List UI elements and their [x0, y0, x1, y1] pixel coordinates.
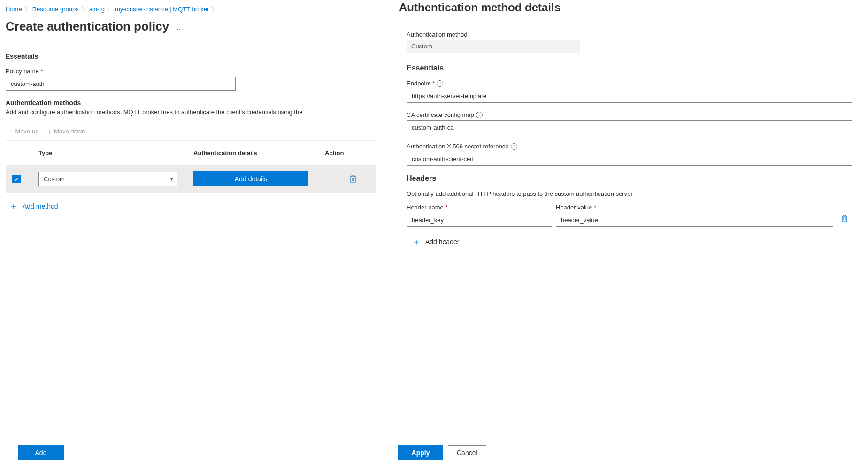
delete-row-button[interactable]: [325, 175, 381, 183]
panel-title: Authentication method details: [399, 1, 854, 14]
panel-essentials-heading: Essentials: [407, 64, 852, 72]
table-row: ▾ Add details: [6, 165, 376, 193]
arrow-down-icon: ↓: [48, 128, 51, 135]
apply-button[interactable]: Apply: [398, 445, 443, 460]
ca-config-input[interactable]: [407, 120, 852, 134]
info-icon[interactable]: i: [437, 80, 443, 87]
more-options-icon[interactable]: ⋯: [177, 21, 183, 33]
breadcrumb-aio-rg[interactable]: aio-rg: [89, 6, 105, 13]
breadcrumb-cluster[interactable]: my-cluster-instance | MQTT broker: [115, 6, 209, 13]
col-action: Action: [325, 149, 381, 156]
info-icon[interactable]: i: [476, 112, 483, 118]
chevron-right-icon: 〉: [25, 6, 30, 13]
auth-method-label: Authentication method: [407, 31, 852, 38]
endpoint-input[interactable]: [407, 89, 852, 103]
col-type: Type: [38, 149, 193, 156]
policy-name-input[interactable]: [6, 77, 236, 91]
chevron-right-icon: 〉: [82, 6, 86, 13]
breadcrumb-home[interactable]: Home: [6, 6, 22, 13]
move-down-button[interactable]: ↓ Move down: [48, 128, 85, 135]
headers-desc: Optionally add additional HTTP headers t…: [407, 190, 852, 197]
check-icon: [14, 176, 19, 182]
auth-method-value: Custom: [407, 40, 580, 53]
auth-methods-desc: Add and configure authentication methods…: [6, 108, 376, 116]
chevron-right-icon: 〉: [212, 6, 216, 13]
policy-name-label: Policy name*: [6, 68, 376, 75]
essentials-heading: Essentials: [6, 53, 376, 60]
header-name-input[interactable]: [407, 213, 552, 227]
ca-label: CA certificate config map i: [407, 111, 852, 118]
chevron-right-icon: 〉: [108, 6, 112, 13]
trash-icon: [841, 214, 848, 223]
auth-methods-heading: Authentication methods: [6, 99, 376, 107]
header-value-label: Header value*: [556, 204, 833, 211]
arrow-up-icon: ↑: [9, 128, 13, 135]
breadcrumb: Home 〉 Resource groups 〉 aio-rg 〉 my-clu…: [6, 6, 376, 13]
details-panel: Authentication method details Authentica…: [385, 0, 868, 465]
col-details: Authentication details: [193, 149, 325, 156]
x509-secret-input[interactable]: [407, 152, 852, 166]
add-method-button[interactable]: ＋ Add method: [6, 193, 376, 212]
cancel-button[interactable]: Cancel: [448, 445, 486, 460]
plus-icon: ＋: [412, 236, 421, 248]
endpoint-label: Endpoint* i: [407, 80, 852, 87]
add-button[interactable]: Add: [18, 445, 64, 460]
headers-heading: Headers: [407, 174, 852, 183]
header-value-input[interactable]: [556, 213, 833, 227]
type-select[interactable]: [38, 172, 177, 186]
header-name-label: Header name*: [407, 204, 552, 211]
info-icon[interactable]: i: [511, 143, 517, 150]
main-form: Home 〉 Resource groups 〉 aio-rg 〉 my-clu…: [0, 0, 385, 465]
x509-label: Authentication X.509 secret reference i: [407, 143, 852, 150]
page-title: Create authentication policy: [6, 19, 169, 34]
add-header-button[interactable]: ＋ Add header: [407, 232, 852, 248]
auth-methods-table: Type Authentication details Action ▾ Add…: [6, 141, 376, 193]
row-checkbox[interactable]: [12, 175, 21, 183]
move-up-button[interactable]: ↑ Move up: [9, 128, 38, 135]
plus-icon: ＋: [9, 201, 18, 212]
delete-header-button[interactable]: [837, 214, 852, 223]
add-details-button[interactable]: Add details: [193, 171, 308, 186]
table-header: Type Authentication details Action: [6, 141, 376, 165]
breadcrumb-resource-groups[interactable]: Resource groups: [32, 6, 79, 13]
trash-icon: [349, 175, 357, 183]
